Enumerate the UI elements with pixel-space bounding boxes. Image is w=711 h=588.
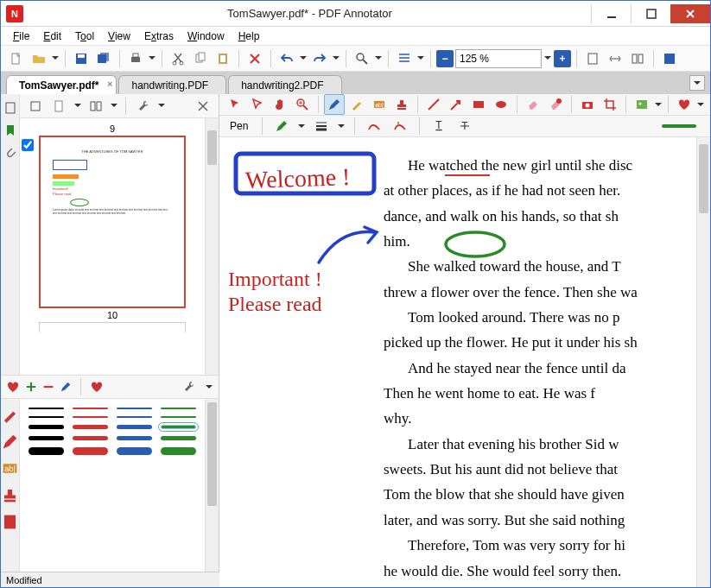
menu-extras[interactable]: Extras xyxy=(137,28,181,44)
erase-all-icon[interactable] xyxy=(545,94,566,115)
swatch[interactable] xyxy=(29,447,64,455)
pen-width-dropdown[interactable] xyxy=(337,116,346,136)
ellipse-tool-icon[interactable] xyxy=(491,94,511,115)
fav-pen-icon[interactable] xyxy=(1,433,19,451)
thumb-scrollbar[interactable] xyxy=(205,118,219,375)
pointer-icon[interactable] xyxy=(225,94,245,115)
cut-icon[interactable] xyxy=(168,48,188,69)
list-icon[interactable] xyxy=(394,48,415,69)
menu-help[interactable]: Help xyxy=(232,28,267,44)
wrench-dropdown[interactable] xyxy=(157,96,166,117)
swatch[interactable] xyxy=(117,408,152,409)
heart-icon[interactable] xyxy=(6,380,20,394)
page-menu-dropdown[interactable] xyxy=(73,96,82,117)
menu-window[interactable]: Window xyxy=(181,28,232,44)
zoom-out-button[interactable]: − xyxy=(436,50,454,67)
swatch[interactable] xyxy=(117,436,152,440)
tab-overflow-button[interactable] xyxy=(689,75,705,91)
bookmarks-icon[interactable] xyxy=(3,123,17,137)
swatch[interactable] xyxy=(29,436,64,440)
attachments-icon[interactable] xyxy=(3,146,17,160)
menu-file[interactable]: File xyxy=(6,28,36,44)
hand-icon[interactable] xyxy=(270,94,290,115)
tab-tomsawyer[interactable]: TomSawyer.pdf*× xyxy=(6,75,117,94)
undo-dropdown[interactable] xyxy=(299,48,308,69)
fit-width-icon[interactable] xyxy=(605,48,625,69)
thumb-checkbox[interactable] xyxy=(22,139,34,151)
wrench-icon[interactable] xyxy=(133,96,154,117)
redo-icon[interactable] xyxy=(309,48,330,69)
undo-icon[interactable] xyxy=(276,48,297,69)
favorite-tool-icon[interactable] xyxy=(674,94,695,115)
paste-icon[interactable] xyxy=(213,48,233,69)
image-dropdown[interactable] xyxy=(654,94,663,115)
save-all-icon[interactable] xyxy=(93,48,114,69)
eraser-icon[interactable] xyxy=(523,94,543,115)
pen-pressure-icon[interactable] xyxy=(390,116,410,136)
fav-text-icon[interactable]: ab| xyxy=(1,459,19,477)
swatch[interactable] xyxy=(161,416,196,418)
menu-edit[interactable]: Edit xyxy=(36,28,68,44)
swatch[interactable] xyxy=(73,416,108,418)
menu-tool[interactable]: Tool xyxy=(68,28,101,44)
menu-view[interactable]: View xyxy=(101,28,137,44)
fav-scrollbar[interactable] xyxy=(205,399,219,572)
marker-icon[interactable] xyxy=(346,94,367,115)
pen-smooth-icon[interactable] xyxy=(364,116,384,136)
swatch[interactable] xyxy=(73,408,108,409)
stamp-tool-icon[interactable] xyxy=(391,94,412,115)
swatch[interactable] xyxy=(117,447,152,455)
swatch[interactable] xyxy=(161,447,196,455)
favorite-dropdown[interactable] xyxy=(696,94,705,115)
swatch[interactable] xyxy=(29,408,64,409)
list-dropdown[interactable] xyxy=(416,48,425,69)
book-icon[interactable] xyxy=(86,96,106,117)
camera-icon[interactable] xyxy=(577,94,598,115)
fit-page-icon[interactable] xyxy=(582,48,603,69)
swatch[interactable] xyxy=(73,425,108,429)
document-view[interactable]: Welcome ! Important !Please read He watc… xyxy=(219,137,696,588)
rect-tool-icon[interactable] xyxy=(468,94,489,115)
pages-icon[interactable] xyxy=(3,101,17,115)
image-insert-icon[interactable] xyxy=(632,94,652,115)
fav-stamp-icon[interactable] xyxy=(1,486,19,504)
delete-icon[interactable] xyxy=(244,48,265,69)
zoom-input[interactable] xyxy=(455,49,542,68)
copy-icon[interactable] xyxy=(190,48,211,69)
page-menu-icon[interactable] xyxy=(49,96,70,117)
edit-favorite-icon[interactable] xyxy=(60,381,72,393)
fav-wrench-dropdown[interactable] xyxy=(205,376,213,397)
fav-redpage-icon[interactable] xyxy=(1,513,19,531)
heart2-icon[interactable] xyxy=(90,380,104,394)
remove-favorite-icon[interactable] xyxy=(42,381,54,393)
text-underline-icon[interactable]: T xyxy=(429,116,449,136)
swatch[interactable] xyxy=(117,425,152,429)
tab-close-icon[interactable]: × xyxy=(107,79,112,89)
arrow-tool-icon[interactable] xyxy=(446,94,467,115)
close-button[interactable] xyxy=(670,4,710,23)
print-icon[interactable] xyxy=(125,48,146,69)
swatch[interactable] xyxy=(161,408,196,409)
fullscreen-icon[interactable] xyxy=(659,48,680,69)
pen-tool-icon[interactable] xyxy=(324,94,345,115)
pen-color-dropdown[interactable] xyxy=(297,116,306,136)
swatch[interactable] xyxy=(29,416,64,418)
close-panel-icon[interactable] xyxy=(193,96,213,117)
tab-handwriting2[interactable]: handwriting2.PDF xyxy=(228,75,341,94)
print-dropdown[interactable] xyxy=(148,48,156,69)
doc-vscrollbar[interactable] xyxy=(696,137,710,588)
swatch[interactable] xyxy=(29,425,64,429)
swatch[interactable] xyxy=(161,436,196,440)
swatch[interactable] xyxy=(161,425,196,429)
swatch[interactable] xyxy=(117,416,152,418)
crop-icon[interactable] xyxy=(600,94,620,115)
add-favorite-icon[interactable] xyxy=(25,381,37,393)
lasso-icon[interactable] xyxy=(247,94,268,115)
save-icon[interactable] xyxy=(71,48,92,69)
swatch[interactable] xyxy=(73,447,108,455)
new-icon[interactable] xyxy=(6,48,27,69)
two-page-icon[interactable] xyxy=(627,48,648,69)
pen-width-icon[interactable] xyxy=(311,116,332,136)
swatch[interactable] xyxy=(73,436,108,440)
minimize-button[interactable] xyxy=(591,4,631,23)
